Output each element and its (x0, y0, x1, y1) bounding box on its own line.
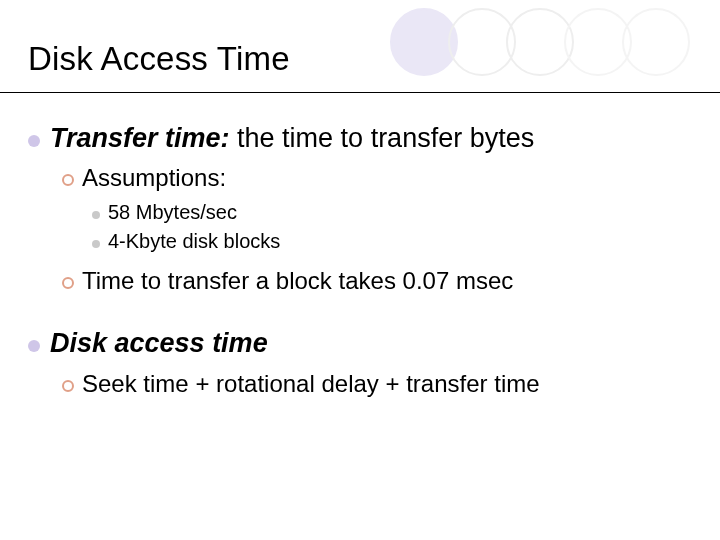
bullet-level2: Seek time + rotational delay + transfer … (62, 368, 692, 400)
bullet-text: 58 Mbytes/sec (108, 199, 237, 226)
bullet-level1: Disk access time Seek time + rotational … (28, 325, 692, 400)
bullet-level2-group: Seek time + rotational delay + transfer … (62, 368, 692, 400)
bullet-ring-icon (62, 174, 74, 186)
circle-icon (622, 8, 690, 76)
bullet-level3: 58 Mbytes/sec (92, 199, 692, 226)
title-divider (0, 92, 720, 93)
bullet-level3-group: 58 Mbytes/sec 4-Kbyte disk blocks (92, 199, 692, 255)
bullet-text: Seek time + rotational delay + transfer … (82, 368, 540, 400)
slide-title: Disk Access Time (28, 40, 290, 78)
bullet-text: Time to transfer a block takes 0.07 msec (82, 265, 513, 297)
bullet-ring-icon (62, 380, 74, 392)
bullet-dot-icon (28, 135, 40, 147)
bullet-smalldot-icon (92, 211, 100, 219)
bullet-ring-icon (62, 277, 74, 289)
bullet-text: Disk access time (50, 325, 268, 361)
bullet-level2: Assumptions: (62, 162, 692, 194)
bullet-level3: 4-Kbyte disk blocks (92, 228, 692, 255)
decorative-circles (400, 8, 690, 76)
bullet-level2: Time to transfer a block takes 0.07 msec (62, 265, 692, 297)
bullet-text: Transfer time: the time to transfer byte… (50, 120, 534, 156)
slide-body: Transfer time: the time to transfer byte… (28, 120, 692, 428)
bullet-text: Assumptions: (82, 162, 226, 194)
bullet-text: 4-Kbyte disk blocks (108, 228, 280, 255)
bullet-level2-group: Assumptions: 58 Mbytes/sec 4-Kbyte disk … (62, 162, 692, 297)
bullet-level1: Transfer time: the time to transfer byte… (28, 120, 692, 297)
bullet-dot-icon (28, 340, 40, 352)
bullet-smalldot-icon (92, 240, 100, 248)
